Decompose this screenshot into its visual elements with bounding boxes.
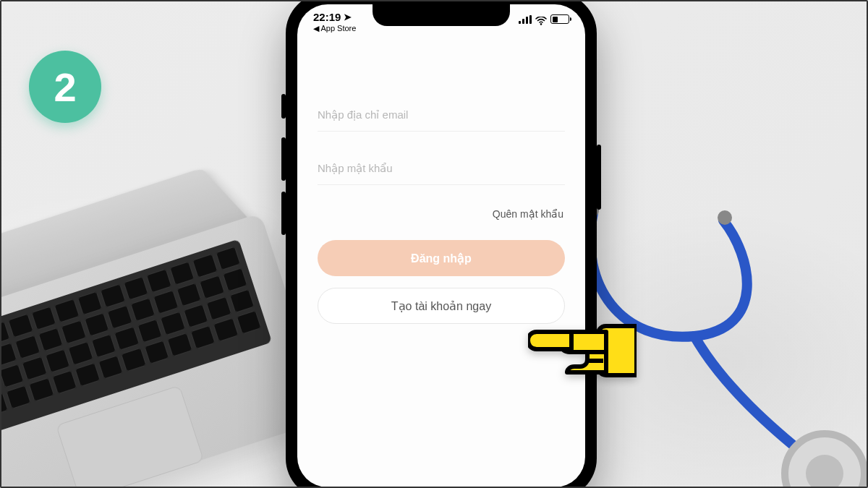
volume-up-button <box>281 137 286 181</box>
power-button <box>597 145 601 210</box>
wifi-icon <box>535 15 547 24</box>
battery-icon <box>550 14 569 24</box>
step-number: 2 <box>54 64 76 111</box>
mute-switch <box>281 94 286 119</box>
step-badge: 2 <box>29 51 101 123</box>
tutorial-scene: 2 22:19 ➤ ◀ App Store <box>0 0 868 488</box>
email-field[interactable] <box>318 98 565 132</box>
signin-button[interactable]: Đăng nhập <box>318 240 565 276</box>
password-field[interactable] <box>318 152 565 185</box>
pointing-hand-icon <box>528 300 637 387</box>
volume-down-button <box>281 192 286 235</box>
phone-screen: 22:19 ➤ ◀ App Store Quên mật khẩu <box>297 4 585 487</box>
phone-frame: 22:19 ➤ ◀ App Store Quên mật khẩu <box>286 0 597 488</box>
notch <box>373 4 510 26</box>
forgot-password-link[interactable]: Quên mật khẩu <box>319 208 563 220</box>
status-time: 22:19 <box>313 12 341 24</box>
svg-point-3 <box>718 210 732 225</box>
cellular-icon <box>519 15 532 24</box>
location-icon: ➤ <box>344 12 352 22</box>
login-form: Quên mật khẩu Đăng nhập Tạo tài khoản ng… <box>297 55 585 487</box>
back-to-appstore[interactable]: ◀ App Store <box>313 24 356 33</box>
svg-point-4 <box>540 23 542 25</box>
